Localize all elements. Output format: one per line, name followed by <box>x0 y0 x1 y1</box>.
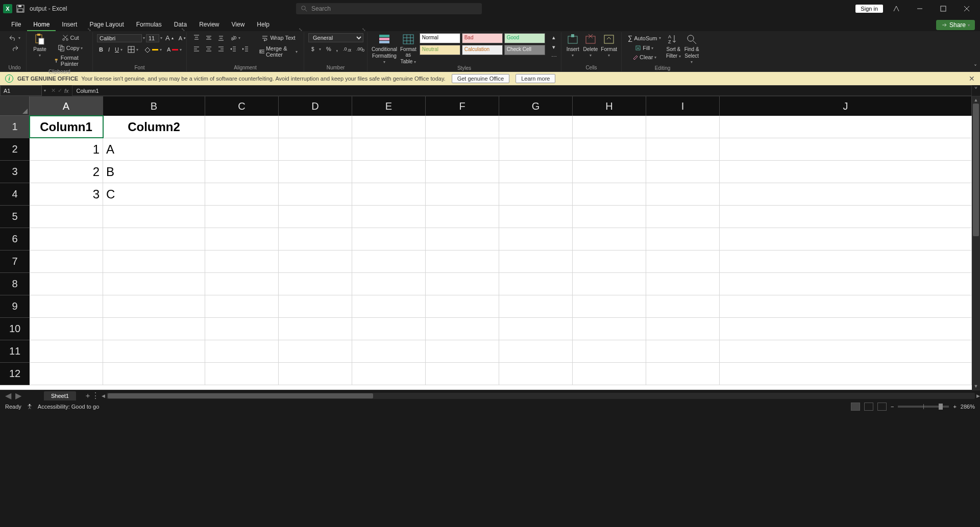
cell[interactable] <box>499 273 573 295</box>
name-box-dropdown[interactable]: ▾ <box>42 88 48 93</box>
cell[interactable] <box>103 363 205 385</box>
cell[interactable] <box>30 363 103 385</box>
clipboard-launcher[interactable]: ⤡ <box>87 27 91 32</box>
column-header-c[interactable]: C <box>205 96 279 116</box>
tab-home[interactable]: Home <box>27 18 56 31</box>
style-bad[interactable]: Bad <box>462 33 503 43</box>
cell-c1[interactable] <box>205 116 279 138</box>
fill-color-button[interactable]: ▾ <box>141 45 164 54</box>
row-header-3[interactable]: 3 <box>0 161 30 183</box>
cell[interactable] <box>352 206 426 228</box>
cell[interactable] <box>499 228 573 250</box>
cell[interactable] <box>499 363 573 385</box>
cell[interactable] <box>426 183 499 205</box>
cell[interactable] <box>279 161 352 183</box>
delete-cells-button[interactable]: Delete▾ <box>583 33 598 58</box>
save-icon[interactable] <box>16 5 30 13</box>
scrollbar-thumb[interactable] <box>973 104 979 236</box>
clear-button[interactable]: Clear▾ <box>626 53 663 61</box>
style-normal[interactable]: Normal <box>420 33 460 43</box>
styles-scroll-down[interactable]: ▾ <box>549 43 559 52</box>
tab-formulas[interactable]: Formulas <box>130 18 168 31</box>
enter-formula-button[interactable]: ✓ <box>58 87 62 94</box>
row-header-12[interactable]: 12 <box>0 363 30 385</box>
cell[interactable] <box>426 273 499 295</box>
italic-button[interactable]: I <box>106 45 112 54</box>
cell[interactable] <box>279 318 352 340</box>
accessibility-status[interactable]: Accessibility: Good to go <box>38 404 99 410</box>
name-box[interactable] <box>0 85 42 96</box>
cell[interactable] <box>426 250 499 272</box>
cell[interactable] <box>352 295 426 317</box>
cell[interactable] <box>279 273 352 295</box>
cell[interactable] <box>103 228 205 250</box>
cell-a1[interactable]: Column1 <box>30 116 103 138</box>
cell[interactable] <box>30 206 103 228</box>
cell-i1[interactable] <box>646 116 720 138</box>
fx-icon[interactable]: fx <box>64 88 69 94</box>
cell[interactable] <box>646 206 720 228</box>
comma-format-button[interactable]: , <box>334 45 340 53</box>
font-color-button[interactable]: A▾ <box>165 45 184 54</box>
cell[interactable] <box>205 340 279 362</box>
cell[interactable] <box>426 318 499 340</box>
cell[interactable] <box>573 250 646 272</box>
cell[interactable] <box>720 273 972 295</box>
cell[interactable] <box>279 295 352 317</box>
column-header-a[interactable]: A <box>30 96 103 116</box>
style-neutral[interactable]: Neutral <box>420 45 460 55</box>
column-header-h[interactable]: H <box>573 96 646 116</box>
cell[interactable] <box>103 295 205 317</box>
insert-cells-button[interactable]: Insert▾ <box>566 33 580 58</box>
format-painter-button[interactable]: Format Painter <box>52 54 88 68</box>
styles-scroll-up[interactable]: ▴ <box>549 33 559 42</box>
cell[interactable] <box>205 161 279 183</box>
formula-input[interactable] <box>72 85 972 96</box>
copy-button[interactable]: Copy▾ <box>52 43 88 53</box>
sign-in-button[interactable]: Sign in <box>855 5 883 13</box>
cell[interactable] <box>646 250 720 272</box>
cell[interactable] <box>352 228 426 250</box>
accounting-format-button[interactable]: $▾ <box>308 44 323 54</box>
wrap-text-button[interactable]: Wrap Text <box>257 33 300 42</box>
cell[interactable] <box>720 161 972 183</box>
cell[interactable] <box>720 206 972 228</box>
format-cells-button[interactable]: Format▾ <box>601 33 617 58</box>
cancel-formula-button[interactable]: ✕ <box>51 87 56 94</box>
cell[interactable] <box>352 340 426 362</box>
bold-button[interactable]: B <box>97 45 105 54</box>
accessibility-icon[interactable] <box>27 404 33 410</box>
cell[interactable] <box>352 318 426 340</box>
cell[interactable] <box>573 363 646 385</box>
cell[interactable] <box>30 295 103 317</box>
number-launcher[interactable]: ⤡ <box>362 27 366 32</box>
cell[interactable] <box>30 273 103 295</box>
cell-e1[interactable] <box>352 116 426 138</box>
row-header-8[interactable]: 8 <box>0 273 30 295</box>
number-format-select[interactable]: General <box>308 33 363 42</box>
fill-button[interactable]: Fill▾ <box>626 44 663 52</box>
column-header-i[interactable]: I <box>646 96 720 116</box>
find-select-button[interactable]: Find & Select ▾ <box>684 33 699 64</box>
cell[interactable] <box>720 318 972 340</box>
style-good[interactable]: Good <box>504 33 545 43</box>
column-header-d[interactable]: D <box>279 96 352 116</box>
cell[interactable] <box>352 138 426 160</box>
zoom-slider[interactable] <box>898 406 949 408</box>
cell[interactable] <box>573 273 646 295</box>
paste-button[interactable]: Paste▾ <box>31 33 49 58</box>
cell[interactable] <box>426 138 499 160</box>
sheet-nav-next[interactable]: ▶ <box>13 391 23 400</box>
cell[interactable] <box>279 250 352 272</box>
cell[interactable] <box>205 318 279 340</box>
cell[interactable] <box>426 228 499 250</box>
cell[interactable] <box>499 318 573 340</box>
cell[interactable] <box>720 138 972 160</box>
select-all-corner[interactable] <box>0 96 30 116</box>
cell[interactable] <box>30 250 103 272</box>
zoom-in-button[interactable]: + <box>953 404 956 410</box>
decrease-font-button[interactable]: A▾ <box>177 34 188 42</box>
column-header-g[interactable]: G <box>499 96 573 116</box>
redo-button[interactable] <box>9 43 21 53</box>
page-break-view-button[interactable] <box>877 403 887 411</box>
